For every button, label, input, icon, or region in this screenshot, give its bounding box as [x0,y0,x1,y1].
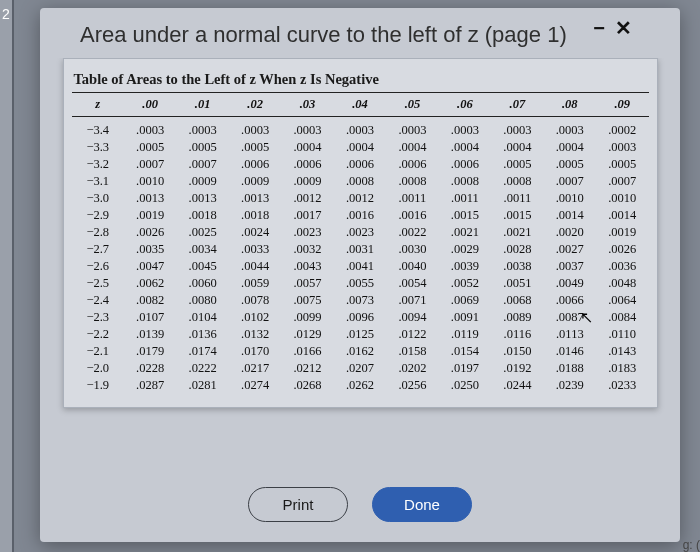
z-value: −2.9 [72,207,124,224]
area-value: .0091 [439,309,491,326]
table-row: −3.0.0013.0013.0013.0012.0012.0011.0011.… [72,190,649,207]
area-value: .0268 [281,377,333,394]
document-page: Table of Areas to the Left of z When z I… [63,58,658,408]
area-value: .0139 [124,326,176,343]
table-row: −2.1.0179.0174.0170.0166.0162.0158.0154.… [72,343,649,360]
area-value: .0018 [176,207,228,224]
area-value: .0003 [491,117,543,140]
area-value: .0011 [386,190,438,207]
z-value: −2.4 [72,292,124,309]
area-value: .0025 [176,224,228,241]
area-value: .0116 [491,326,543,343]
area-value: .0228 [124,360,176,377]
area-value: .0024 [229,224,281,241]
area-value: .0008 [334,173,386,190]
area-value: .0006 [281,156,333,173]
area-value: .0036 [596,258,648,275]
area-value: .0003 [334,117,386,140]
backdrop: 2 Area under a normal curve to the left … [0,0,700,552]
area-value: .0009 [176,173,228,190]
area-value: .0062 [124,275,176,292]
area-value: .0015 [439,207,491,224]
table-row: −2.5.0062.0060.0059.0057.0055.0054.0052.… [72,275,649,292]
side-sliver: 2 [0,0,14,552]
area-value: .0004 [491,139,543,156]
area-value: .0007 [544,173,596,190]
area-value: .0026 [596,241,648,258]
modal-dialog: Area under a normal curve to the left of… [40,8,680,542]
area-value: .0009 [229,173,281,190]
area-value: .0010 [596,190,648,207]
table-title: Table of Areas to the Left of z When z I… [72,69,649,92]
area-value: .0031 [334,241,386,258]
area-value: .0007 [176,156,228,173]
area-value: .0244 [491,377,543,394]
table-row: −3.3.0005.0005.0005.0004.0004.0004.0004.… [72,139,649,156]
area-value: .0179 [124,343,176,360]
area-value: .0154 [439,343,491,360]
area-value: .0212 [281,360,333,377]
area-value: .0011 [439,190,491,207]
area-value: .0005 [229,139,281,156]
area-value: .0032 [281,241,333,258]
area-value: .0162 [334,343,386,360]
corner-hint: g: ( [683,538,700,552]
print-button[interactable]: Print [248,487,348,522]
area-value: .0064 [596,292,648,309]
done-button[interactable]: Done [372,487,472,522]
area-value: .0003 [281,117,333,140]
area-value: .0217 [229,360,281,377]
area-value: .0003 [439,117,491,140]
area-value: .0005 [176,139,228,156]
area-value: .0026 [124,224,176,241]
area-value: .0005 [124,139,176,156]
area-value: .0096 [334,309,386,326]
z-value: −1.9 [72,377,124,394]
area-value: .0104 [176,309,228,326]
col-header: .09 [596,93,648,117]
area-value: .0045 [176,258,228,275]
area-value: .0002 [596,117,648,140]
col-header: .04 [334,93,386,117]
area-value: .0006 [229,156,281,173]
area-value: .0078 [229,292,281,309]
area-value: .0003 [596,139,648,156]
area-value: .0075 [281,292,333,309]
minimize-icon[interactable]: − [593,18,605,38]
modal-title: Area under a normal curve to the left of… [80,22,593,48]
col-header: .06 [439,93,491,117]
area-value: .0015 [491,207,543,224]
col-header: .03 [281,93,333,117]
area-value: .0113 [544,326,596,343]
area-value: .0102 [229,309,281,326]
area-value: .0060 [176,275,228,292]
z-value: −3.2 [72,156,124,173]
area-value: .0233 [596,377,648,394]
modal-header: Area under a normal curve to the left of… [40,8,680,58]
table-row: −2.6.0047.0045.0044.0043.0041.0040.0039.… [72,258,649,275]
area-value: .0122 [386,326,438,343]
z-value: −2.0 [72,360,124,377]
area-value: .0174 [176,343,228,360]
area-value: .0274 [229,377,281,394]
z-value: −2.6 [72,258,124,275]
area-value: .0054 [386,275,438,292]
area-value: .0207 [334,360,386,377]
area-value: .0014 [596,207,648,224]
area-value: .0066 [544,292,596,309]
z-value: −2.8 [72,224,124,241]
area-value: .0047 [124,258,176,275]
col-header: .00 [124,93,176,117]
area-value: .0119 [439,326,491,343]
area-value: .0021 [439,224,491,241]
col-header: .02 [229,93,281,117]
area-value: .0012 [334,190,386,207]
area-value: .0044 [229,258,281,275]
area-value: .0084 [596,309,648,326]
area-value: .0188 [544,360,596,377]
area-value: .0023 [334,224,386,241]
area-value: .0080 [176,292,228,309]
close-icon[interactable]: ✕ [615,18,632,38]
area-value: .0256 [386,377,438,394]
area-value: .0262 [334,377,386,394]
